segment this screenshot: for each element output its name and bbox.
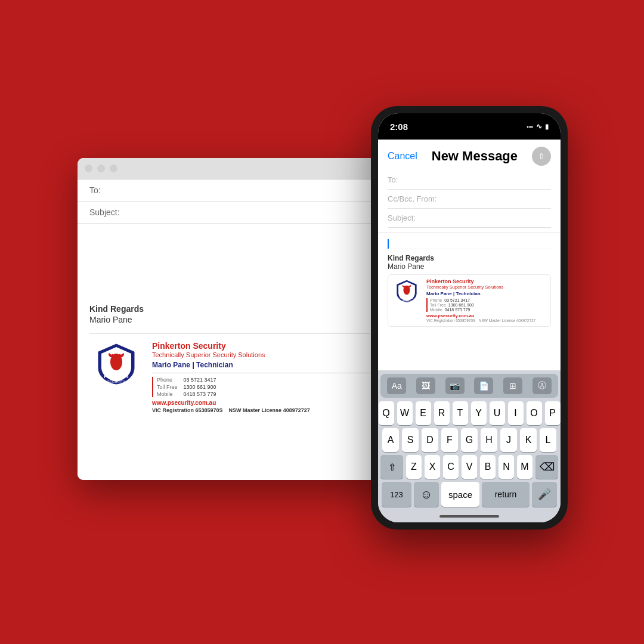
- delete-key[interactable]: ⌫: [535, 455, 558, 479]
- to-field[interactable]: To:: [78, 179, 382, 202]
- mobile-mobile-label: Mobile: [430, 308, 442, 312]
- send-button[interactable]: ⇧: [532, 147, 551, 166]
- key-c[interactable]: C: [443, 455, 459, 479]
- subject-field-mobile[interactable]: Subject:: [388, 209, 551, 228]
- compose-body[interactable]: Kind Regards Mario Pane: [378, 233, 561, 370]
- key-i[interactable]: I: [508, 401, 524, 425]
- email-signature: Kind Regards Mario Pane: [78, 295, 382, 422]
- toll-free-value: 1300 661 900: [184, 384, 216, 390]
- keyboard-ai-icon[interactable]: Ⓐ: [532, 377, 552, 394]
- phone-value: 03 5721 3417: [184, 377, 216, 383]
- sig-contact-values: 03 5721 3417 1300 661 900 0418 573 779: [184, 377, 216, 397]
- key-a[interactable]: A: [382, 428, 399, 452]
- key-l[interactable]: L: [540, 428, 556, 452]
- mobile-mobile-value: 0418 573 779: [445, 308, 470, 312]
- keyboard-scan-icon[interactable]: ⊞: [503, 377, 522, 394]
- mobile-pinkerton-logo: PINKERTON SECURITY: [392, 278, 422, 304]
- key-w[interactable]: W: [397, 401, 413, 425]
- signal-icon: ▪▪▪: [527, 123, 533, 130]
- sig-kind-regards: Kind Regards: [89, 304, 370, 314]
- iphone-screen: 2:08 ▪▪▪ ∿ ▮ Cancel New Message ⇧ To: Cc…: [378, 113, 561, 522]
- emoji-key[interactable]: ☺: [414, 482, 439, 507]
- key-n[interactable]: N: [499, 455, 514, 479]
- key-q[interactable]: Q: [379, 401, 394, 425]
- key-e[interactable]: E: [416, 401, 431, 425]
- sig-tagline: Technically Superior Security Solutions: [152, 351, 370, 358]
- key-y[interactable]: Y: [471, 401, 487, 425]
- key-r[interactable]: R: [434, 401, 450, 425]
- mobile-website: www.psecurity.com.au: [426, 313, 547, 318]
- subject-field[interactable]: Subject:: [78, 202, 382, 224]
- battery-icon: ▮: [545, 123, 549, 131]
- keyboard-file-icon[interactable]: 📄: [474, 377, 493, 394]
- key-o[interactable]: O: [527, 401, 542, 425]
- mobile-company-name: Pinkerton Security: [426, 278, 547, 284]
- cc-placeholder: Cc/Bcc, From:: [388, 194, 436, 203]
- mobile-phone-value: 03 5721 3417: [444, 298, 470, 302]
- key-h[interactable]: H: [481, 428, 497, 452]
- mobile-sig-card: PINKERTON SECURITY Pinkerton Security Te…: [388, 274, 551, 327]
- key-f[interactable]: F: [441, 428, 458, 452]
- shift-key[interactable]: ⇧: [380, 455, 403, 479]
- numbers-key[interactable]: 123: [382, 482, 411, 507]
- svg-point-1: [114, 354, 118, 358]
- space-key[interactable]: space: [441, 482, 479, 507]
- sig-company-name: Pinkerton Security: [152, 341, 370, 351]
- key-m[interactable]: M: [517, 455, 532, 479]
- keyboard: Aa 🖼 📷 📄 ⊞ Ⓐ Q W E R T Y U I O P: [378, 370, 561, 510]
- sig-contacts-block: Phone Toll Free Mobile 03 5721 3417 1300…: [152, 377, 370, 397]
- mobile-tagline: Technically Superior Security Solutions: [426, 284, 547, 290]
- key-p[interactable]: P: [545, 401, 561, 425]
- email-compose-screen: Cancel New Message ⇧ To: Cc/Bcc, From: S…: [378, 140, 561, 370]
- wifi-icon: ∿: [536, 122, 542, 131]
- sig-person: Mario Pane | Technician: [152, 361, 370, 373]
- key-z[interactable]: Z: [406, 455, 422, 479]
- to-field-mobile[interactable]: To:: [388, 171, 551, 190]
- compose-top-row: Cancel New Message ⇧: [388, 147, 551, 166]
- traffic-light-maximize[interactable]: [110, 165, 117, 172]
- keyboard-photo-icon[interactable]: 🖼: [416, 377, 435, 394]
- mobile-signature: Kind Regards Mario Pane: [388, 249, 551, 329]
- return-key[interactable]: return: [482, 482, 530, 507]
- mobile-mobile-row: Mobile 0418 573 779: [430, 308, 547, 312]
- keyboard-bottom-bar: 123 ☺ space return 🎤: [380, 482, 558, 507]
- status-time: 2:08: [390, 122, 408, 132]
- sig-person-role: Technician: [196, 361, 233, 369]
- key-s[interactable]: S: [402, 428, 419, 452]
- to-label: To:: [89, 185, 101, 195]
- compose-area[interactable]: [78, 224, 382, 295]
- mobile-sig-details: Pinkerton Security Technically Superior …: [426, 278, 547, 323]
- key-d[interactable]: D: [422, 428, 438, 452]
- mobile-reg: VIC Registration 65385970S NSW Master Li…: [426, 318, 547, 323]
- mic-key[interactable]: 🎤: [532, 482, 557, 507]
- sig-website: www.psecurity.com.au: [152, 400, 370, 406]
- key-g[interactable]: G: [461, 428, 478, 452]
- svg-text:PINKERTON: PINKERTON: [104, 374, 128, 379]
- mobile-person-role: Technician: [456, 291, 480, 296]
- text-cursor: [388, 239, 389, 249]
- mobile-tollfree-label: Toll Free: [430, 303, 446, 307]
- key-x[interactable]: X: [425, 455, 440, 479]
- traffic-light-minimize[interactable]: [97, 165, 105, 172]
- key-u[interactable]: U: [490, 401, 505, 425]
- nsw-label: NSW Master License: [229, 407, 282, 413]
- keyboard-aa-icon[interactable]: Aa: [387, 377, 406, 394]
- key-b[interactable]: B: [480, 455, 496, 479]
- mobile-contacts-bordered: Phone 03 5721 3417 Toll Free 1300 661 90…: [426, 298, 547, 312]
- sig-info: Pinkerton Security Technically Superior …: [152, 341, 370, 413]
- key-t[interactable]: T: [453, 401, 468, 425]
- key-v[interactable]: V: [462, 455, 477, 479]
- key-k[interactable]: K: [520, 428, 537, 452]
- status-bar: 2:08 ▪▪▪ ∿ ▮: [378, 113, 561, 140]
- key-row-1: Q W E R T Y U I O P: [380, 401, 558, 425]
- traffic-light-close[interactable]: [85, 165, 92, 172]
- cc-field-mobile[interactable]: Cc/Bcc, From:: [388, 190, 551, 209]
- key-j[interactable]: J: [500, 428, 517, 452]
- home-bar: [439, 515, 499, 518]
- nsw-value: 408972727: [283, 407, 310, 413]
- sig-registration: VIC Registration 65385970S NSW Master Li…: [152, 407, 370, 413]
- cancel-button[interactable]: Cancel: [388, 151, 417, 162]
- mobile-tollfree-row: Toll Free 1300 661 900: [430, 303, 547, 307]
- keyboard-camera-icon[interactable]: 📷: [445, 377, 465, 394]
- iphone-device: 2:08 ▪▪▪ ∿ ▮ Cancel New Message ⇧ To: Cc…: [371, 106, 568, 530]
